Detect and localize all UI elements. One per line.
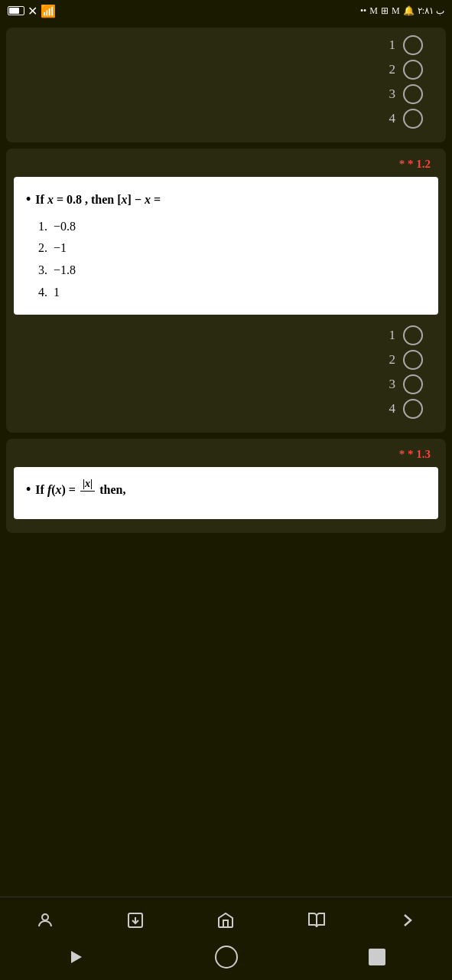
nav-controls-row xyxy=(0,939,452,980)
question-number-1: * * 1.2 xyxy=(14,158,438,171)
question-box-2: • If f(x) = |x| x then, xyxy=(14,467,438,520)
nav-icons-row xyxy=(0,897,452,939)
battery-icon xyxy=(8,6,24,15)
radio-row-q1-4[interactable]: 4 xyxy=(389,399,424,419)
radio-label-q1-2: 2 xyxy=(389,352,396,368)
dots-icon: •• xyxy=(360,5,366,17)
radio-row-q1-3[interactable]: 3 xyxy=(389,374,424,394)
question-content-2: If f(x) = |x| x then, xyxy=(35,478,125,505)
radio-label-q1-4: 4 xyxy=(389,401,396,416)
mail-icon: M xyxy=(369,5,378,17)
download-icon[interactable] xyxy=(120,905,151,936)
bottom-navigation xyxy=(0,897,452,980)
home-circle xyxy=(215,946,238,969)
option-1-4: 4. 1 xyxy=(38,282,426,304)
question-content-1: If x = 0.8 , then [x] − x = xyxy=(35,189,161,210)
alert-icon: 🔔 xyxy=(403,5,415,17)
radio-circle-q1-4[interactable] xyxy=(403,399,423,419)
radio-option-2[interactable] xyxy=(403,60,423,80)
question-text-1: • If x = 0.8 , then [x] − x = xyxy=(26,188,426,211)
status-right: •• M ⊞ M 🔔 ۲:۸۱ ب xyxy=(360,5,444,17)
close-btn[interactable]: ✕ xyxy=(28,4,37,18)
mail2-icon: M xyxy=(392,5,400,17)
option-1-3: 3. −1.8 xyxy=(38,260,426,282)
square-button[interactable] xyxy=(363,943,391,971)
radio-row-q1-2[interactable]: 2 xyxy=(389,350,424,370)
wifi-icon: 📶 xyxy=(41,4,56,18)
play-button[interactable] xyxy=(62,943,89,971)
question-box-1: • If x = 0.8 , then [x] − x = 1. −0.8 2.… xyxy=(14,177,438,315)
time-display: ۲:۸۱ ب xyxy=(418,5,444,17)
radio-option-1[interactable] xyxy=(403,35,423,55)
radio-options-1: 1 2 3 4 xyxy=(14,325,438,419)
profile-icon[interactable] xyxy=(30,905,60,936)
circle-button[interactable] xyxy=(213,943,240,971)
radio-label-3: 3 xyxy=(389,87,396,102)
question-text-2: • If f(x) = |x| x then, xyxy=(26,478,426,505)
options-list-1: 1. −0.8 2. −1 3. −1.8 4. 1 xyxy=(38,216,426,304)
question-card-1: * * 1.2 • If x = 0.8 , then [x] − x = 1.… xyxy=(6,149,446,433)
radio-option-4[interactable] xyxy=(403,109,423,129)
radio-circle-q1-1[interactable] xyxy=(403,325,423,345)
top-radio-options: 1 2 3 4 xyxy=(14,35,438,129)
radio-label-q1-3: 3 xyxy=(389,377,396,392)
home-icon[interactable] xyxy=(210,905,241,936)
option-1-2: 2. −1 xyxy=(38,237,426,260)
radio-row-1: 1 xyxy=(389,35,424,55)
radio-label-1: 1 xyxy=(389,38,396,53)
radio-row-q1-1[interactable]: 1 xyxy=(389,325,424,345)
option-1-1: 1. −0.8 xyxy=(38,216,426,238)
radio-circle-q1-2[interactable] xyxy=(403,350,423,370)
radio-option-3[interactable] xyxy=(403,84,423,104)
status-left: ✕ 📶 xyxy=(8,4,56,18)
chevron-right-icon[interactable] xyxy=(392,905,422,936)
question-card-2: * * 1.3 • If f(x) = |x| x then, xyxy=(6,439,446,534)
radio-row-4: 4 xyxy=(389,109,424,129)
bullet-2: • xyxy=(26,478,31,501)
top-question-card: 1 2 3 4 xyxy=(6,28,446,142)
radio-label-q1-1: 1 xyxy=(389,328,396,343)
svg-point-0 xyxy=(42,914,48,920)
radio-label-2: 2 xyxy=(389,62,396,77)
radio-circle-q1-3[interactable] xyxy=(403,374,423,394)
bullet-1: • xyxy=(26,188,31,211)
question-number-2: * * 1.3 xyxy=(14,448,438,461)
stop-square xyxy=(369,949,385,965)
radio-row-2: 2 xyxy=(389,60,424,80)
radio-row-3: 3 xyxy=(389,84,424,104)
status-bar: ✕ 📶 •• M ⊞ M 🔔 ۲:۸۱ ب xyxy=(0,0,452,21)
image-icon: ⊞ xyxy=(381,5,389,17)
svg-marker-3 xyxy=(71,951,82,963)
radio-label-4: 4 xyxy=(389,111,396,126)
book-icon[interactable] xyxy=(301,905,332,936)
